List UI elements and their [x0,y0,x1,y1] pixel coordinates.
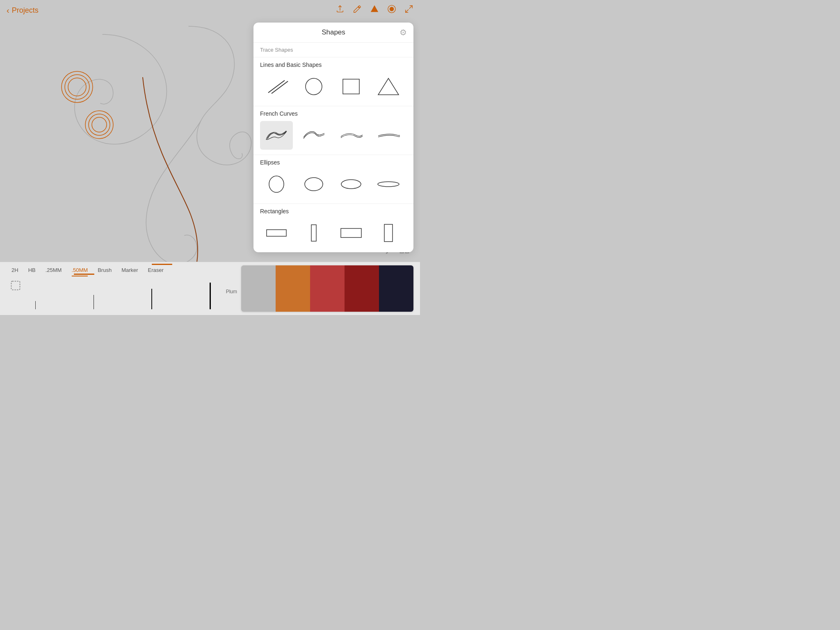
brush-preview-50mm [181,281,239,309]
svg-point-15 [305,178,323,191]
shapes-panel: Shapes ⚙ Trace Shapes Lines and Basic Sh… [253,23,413,252]
record-icon[interactable] [387,5,396,16]
svg-rect-18 [267,230,286,236]
color-label: Plum [226,289,237,294]
svg-point-14 [269,176,284,192]
shape-french-curve-3[interactable] [335,121,368,150]
shapes-icon[interactable] [370,5,379,16]
svg-point-2 [390,7,393,11]
layers-button[interactable] [7,276,25,294]
lines-basic-title: Lines and Basic Shapes [260,62,407,68]
svg-line-10 [272,81,288,94]
color-swatch-orange[interactable] [276,265,310,312]
svg-marker-13 [378,78,399,95]
active-tab-indicator [74,274,94,275]
color-swatch-dark-red[interactable] [345,265,379,312]
brush-preview-25mm [123,281,181,309]
shapes-gear-icon[interactable]: ⚙ [399,27,407,37]
rectangles-section: Rectangles [253,204,413,252]
rectangles-title: Rectangles [260,208,407,215]
ellipses-title: Ellipses [260,159,407,166]
color-palette[interactable] [241,265,413,312]
expand-icon[interactable] [404,5,413,16]
tab-hb[interactable]: HB [23,265,41,275]
shape-triangle[interactable] [372,72,405,101]
ellipses-section: Ellipses [253,155,413,204]
brush-line-50mm [210,283,211,309]
shape-circle[interactable] [297,72,330,101]
svg-point-16 [341,180,361,189]
top-left-nav: ‹ Projects [7,6,39,15]
svg-rect-21 [384,224,393,242]
tab-marker[interactable]: Marker [116,265,143,275]
shape-rect-4[interactable] [372,219,405,247]
svg-rect-22 [11,281,20,290]
color-swatch-red[interactable] [310,265,345,312]
top-bar: ‹ Projects [0,0,420,21]
shape-rect-2[interactable] [297,219,330,247]
shape-rect-1[interactable] [260,219,293,247]
ellipses-grid [260,170,407,199]
shape-rect-3[interactable] [335,219,368,247]
svg-point-8 [85,111,113,139]
shape-lines[interactable] [260,72,293,101]
bottom-toolbar: 2H HB .25MM .50MM Brush Marker Eraser [0,262,420,315]
top-right-toolbar [336,5,413,16]
brush-line-25mm [151,289,152,309]
back-label[interactable]: Projects [12,6,39,15]
trace-shapes-label: Trace Shapes [260,47,293,53]
brush-line-hb [94,295,94,309]
lines-basic-grid [260,72,407,101]
svg-rect-12 [343,79,359,94]
brush-preview-hb [65,281,123,309]
pencil-icon[interactable] [353,5,362,16]
tab-eraser[interactable]: Eraser [143,265,169,275]
svg-marker-0 [371,5,378,12]
shape-ellipse-3[interactable] [335,170,368,199]
share-icon[interactable] [336,5,345,16]
shape-square[interactable] [335,72,368,101]
shapes-title: Shapes [322,28,345,37]
svg-point-3 [68,78,86,96]
shape-ellipse-2[interactable] [297,170,330,199]
french-curves-section: French Curves [253,106,413,155]
lines-basic-section: Lines and Basic Shapes [253,57,413,106]
french-curves-grid [260,121,407,150]
tab-25mm[interactable]: .25MM [41,265,67,275]
shapes-header: Shapes ⚙ [253,23,413,43]
svg-rect-20 [341,228,361,237]
shape-french-curve-1[interactable] [260,121,293,150]
svg-line-9 [268,80,285,93]
svg-point-6 [92,117,107,132]
rectangles-grid [260,219,407,247]
svg-point-11 [306,78,322,95]
svg-point-5 [62,71,93,103]
color-swatch-gray[interactable] [241,265,276,312]
back-button[interactable]: ‹ [7,6,9,15]
svg-point-17 [378,182,399,187]
color-swatch-navy[interactable] [379,265,413,312]
french-curves-title: French Curves [260,110,407,117]
shape-ellipse-4[interactable] [372,170,405,199]
svg-rect-19 [311,225,316,241]
tab-2h[interactable]: 2H [7,265,23,275]
active-tab-indicator-2 [152,264,172,265]
shape-french-curve-4[interactable] [372,121,405,150]
shape-french-curve-2[interactable] [297,121,330,150]
shape-ellipse-1[interactable] [260,170,293,199]
brush-line-2h [35,301,36,309]
tab-brush[interactable]: Brush [93,265,116,275]
trace-shapes-row[interactable]: Trace Shapes [253,43,413,57]
